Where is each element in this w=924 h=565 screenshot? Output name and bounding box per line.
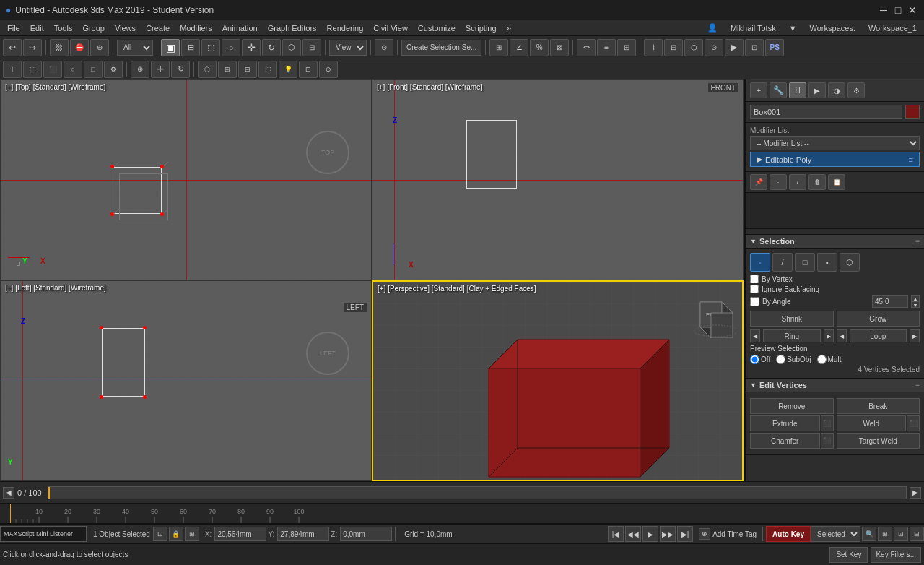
print-screen-btn[interactable]: PS: [765, 39, 784, 56]
filter-icon1[interactable]: 🔍: [862, 527, 876, 541]
hierarchy-panel-icon[interactable]: H: [789, 82, 806, 98]
create-selection-set-button[interactable]: Create Selection Se...: [401, 40, 481, 56]
spinner-snap-toggle[interactable]: ⊠: [550, 39, 569, 56]
y-coord-input[interactable]: [277, 527, 329, 541]
user-dropdown-icon[interactable]: ▼: [785, 22, 801, 34]
grid-btn[interactable]: ⊞: [218, 61, 237, 78]
menu-modifiers[interactable]: Modifiers: [175, 22, 217, 34]
sub-vert-icon[interactable]: ·: [770, 174, 787, 190]
circular-select-button[interactable]: ○: [222, 39, 240, 56]
timeline-next-btn[interactable]: ▶: [910, 487, 921, 499]
link-button[interactable]: ⛓: [50, 39, 69, 56]
display-panel-icon[interactable]: ◑: [828, 82, 845, 98]
vp-quality-btn[interactable]: ⊙: [319, 61, 338, 78]
loop-button[interactable]: Loop: [850, 329, 907, 342]
safe-frame-btn[interactable]: ⬚: [258, 61, 277, 78]
off-radio[interactable]: [750, 355, 759, 364]
viewport-perspective[interactable]: X Z Y FRONT [+] [Perspective] [Standard]…: [372, 280, 744, 481]
edit-vertices-section-header[interactable]: ▼ Edit Vertices ≡: [746, 379, 924, 392]
menu-civil-view[interactable]: Civil View: [369, 22, 411, 34]
angle-up-btn[interactable]: ▲: [911, 295, 920, 301]
sub-trash-icon[interactable]: 🗑: [808, 174, 826, 190]
status-snap-icon[interactable]: ⊞: [185, 527, 199, 541]
play-btn[interactable]: ▶: [642, 526, 658, 542]
redo-button[interactable]: ↪: [23, 39, 42, 56]
prev-key-btn[interactable]: ◀◀: [625, 526, 641, 542]
multi-radio-label[interactable]: Multi: [817, 355, 843, 364]
maxscript-listener-box[interactable]: MAXScript Mini Listener: [0, 526, 87, 542]
curve-editor-btn[interactable]: ⌇: [644, 39, 663, 56]
menu-tools[interactable]: Tools: [50, 22, 77, 34]
unlink-button[interactable]: ⛔: [70, 39, 89, 56]
vp-cube-btn[interactable]: □: [84, 61, 103, 78]
sub-copy-icon[interactable]: 📋: [828, 174, 845, 190]
break-button[interactable]: Break: [837, 398, 920, 414]
snap-3d-toggle[interactable]: ⊞: [489, 39, 508, 56]
workspace-value[interactable]: Workspace_1: [864, 22, 921, 34]
vp-layout-btn[interactable]: ⬚: [23, 61, 42, 78]
close-btn[interactable]: ✕: [907, 4, 918, 16]
vp-settings-btn[interactable]: ⚙: [104, 61, 123, 78]
extrude-button[interactable]: Extrude: [750, 415, 820, 431]
menu-file[interactable]: File: [3, 22, 25, 34]
schematic-view-btn[interactable]: ⊟: [664, 39, 683, 56]
ring-next-btn[interactable]: ▶: [824, 329, 834, 342]
menu-expand[interactable]: »: [502, 22, 516, 35]
vertex-type-btn[interactable]: ·: [750, 253, 770, 272]
render-btn[interactable]: ▶: [725, 39, 744, 56]
add-time-tag-btn[interactable]: ⊕: [699, 528, 710, 540]
remove-button[interactable]: Remove: [750, 398, 834, 414]
filter-icon3[interactable]: ⊡: [894, 527, 908, 541]
next-key-btn[interactable]: ▶▶: [660, 526, 676, 542]
shrink-button[interactable]: Shrink: [750, 311, 834, 327]
material-editor-btn[interactable]: ⬡: [684, 39, 703, 56]
motion-panel-icon[interactable]: ▶: [808, 82, 826, 98]
chamfer-button[interactable]: Chamfer: [750, 433, 820, 449]
modify-panel-icon[interactable]: 🔧: [770, 82, 787, 98]
selected-dropdown[interactable]: Selected: [811, 526, 860, 542]
bind-to-space-warp[interactable]: ⊕: [90, 39, 109, 56]
status-lock-icon[interactable]: 🔒: [169, 527, 183, 541]
angle-snap-toggle[interactable]: ∠: [510, 39, 528, 56]
sub-edge-icon[interactable]: /: [789, 174, 806, 190]
panel-scrollbar[interactable]: [746, 229, 924, 235]
modifier-list-dropdown[interactable]: -- Modifier List --: [750, 136, 920, 150]
timeline-prev-btn[interactable]: ◀: [3, 487, 14, 499]
pivot-button[interactable]: ⊙: [375, 39, 393, 56]
reference-coord-dropdown[interactable]: View: [329, 40, 367, 56]
modifier-settings-icon[interactable]: ≡: [909, 155, 913, 164]
subobj-radio-label[interactable]: SubObj: [776, 355, 811, 364]
select-transform-btn[interactable]: ⊕: [131, 61, 149, 78]
menu-graph-editors[interactable]: Graph Editors: [263, 22, 321, 34]
percent-snap-toggle[interactable]: %: [530, 39, 549, 56]
element-type-btn[interactable]: ⬡: [840, 253, 860, 272]
prev-frame-btn[interactable]: |◀: [608, 526, 624, 542]
polygon-type-btn[interactable]: ▪: [817, 253, 837, 272]
fast-preview-btn[interactable]: ⊡: [299, 61, 318, 78]
by-vertex-checkbox[interactable]: [750, 275, 759, 283]
vp-full-btn[interactable]: ⬛: [43, 61, 62, 78]
layer-manager-button[interactable]: ⊞: [617, 39, 636, 56]
x-coord-input[interactable]: [214, 527, 266, 541]
placement-button[interactable]: ⊟: [302, 39, 321, 56]
weld-button[interactable]: Weld: [837, 415, 907, 431]
angle-down-btn[interactable]: ▼: [911, 301, 920, 308]
menu-rendering[interactable]: Rendering: [323, 22, 368, 34]
viewport-front[interactable]: Z X FRONT [+] [Front] [Standard] [Wirefr…: [372, 79, 744, 280]
filter-icon2[interactable]: ⊞: [878, 527, 892, 541]
border-type-btn[interactable]: □: [795, 253, 815, 272]
menu-animation[interactable]: Animation: [218, 22, 262, 34]
next-frame-btn[interactable]: ▶|: [677, 526, 693, 542]
viewport-top[interactable]: Y ┘ X: [0, 79, 372, 280]
menu-edit[interactable]: Edit: [26, 22, 48, 34]
create-panel-icon[interactable]: +: [750, 82, 767, 98]
menu-views[interactable]: Views: [110, 22, 140, 34]
angle-value-input[interactable]: [872, 295, 908, 308]
viewport-lighting-btn[interactable]: 💡: [279, 61, 297, 78]
subobj-radio[interactable]: [776, 355, 785, 364]
multi-radio[interactable]: [817, 355, 827, 364]
filter-icon4[interactable]: ⊟: [910, 527, 924, 541]
utilities-panel-icon[interactable]: ⚙: [847, 82, 865, 98]
render-frame-btn[interactable]: ⊡: [745, 39, 764, 56]
editable-poly-item[interactable]: ▶ Editable Poly ≡: [750, 152, 920, 167]
